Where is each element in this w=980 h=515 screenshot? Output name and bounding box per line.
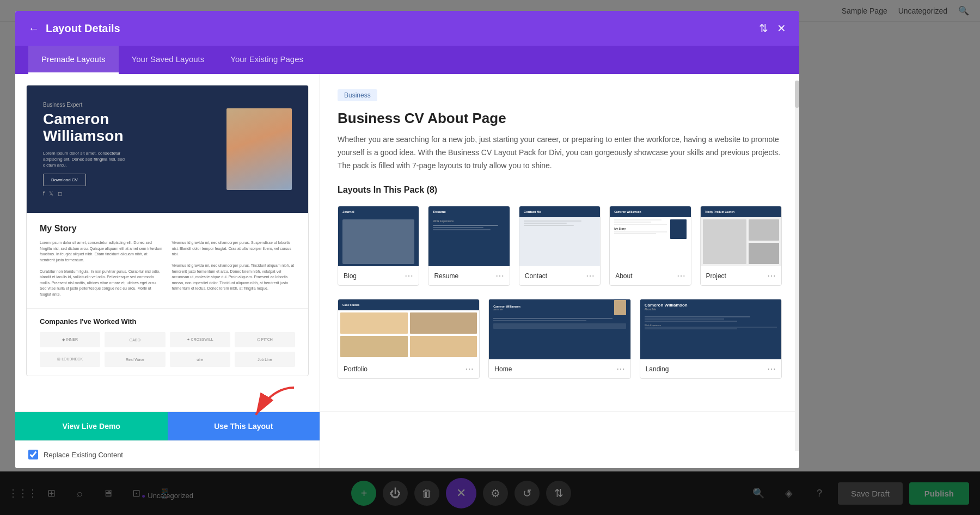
tab-premade-layouts[interactable]: Premade Layouts xyxy=(28,46,119,74)
layouts-grid-row2: Case Studies Portf xyxy=(338,299,782,379)
thumb-img-project-2 xyxy=(749,219,779,264)
thumb-content-project xyxy=(701,217,781,266)
download-cv-button[interactable]: Download CV xyxy=(43,174,86,186)
tab-saved-layouts[interactable]: Your Saved Layouts xyxy=(119,46,218,74)
layout-name-contact: Contact xyxy=(525,272,547,280)
logo-jobline: Job Line xyxy=(235,352,295,367)
thumb-home-content xyxy=(489,316,630,359)
thumb-header-about: Cameron Williamson xyxy=(610,206,690,217)
thumb-line-1 xyxy=(433,225,498,226)
layout-name-resume: Resume xyxy=(434,272,458,280)
layout-item-about[interactable]: Cameron Williamson My Story xyxy=(609,206,691,286)
thumb-inner-about: Cameron Williamson My Story xyxy=(610,206,690,266)
use-this-layout-button[interactable]: Use This Layout xyxy=(168,412,320,440)
preview-story-text-right: Vivamus id gravida mi, nec ullamcorper p… xyxy=(172,240,296,297)
preview-story-text-left: Lorem ipsum dolor sit amet, consectetur … xyxy=(40,240,163,297)
thumb-text-resume: Work Experience xyxy=(433,219,505,223)
layout-more-project[interactable]: ⋯ xyxy=(767,271,776,281)
preview-hero-label: Business Expert xyxy=(43,102,226,108)
thumb-landing-line1 xyxy=(645,316,751,317)
layout-more-home[interactable]: ⋯ xyxy=(616,364,625,374)
modal-header-right: ⇅ ✕ xyxy=(759,22,786,35)
thumb-label-portfolio: Case Studies xyxy=(342,303,359,306)
layout-item-contact[interactable]: Contact Me Contact ⋯ xyxy=(519,206,601,286)
layout-item-home[interactable]: Cameron Williamson About Me xyxy=(488,299,630,379)
scrollbar-thumb[interactable] xyxy=(795,81,799,108)
layout-details-modal: ← Layout Details ⇅ ✕ Premade Layouts You… xyxy=(15,11,799,468)
logo-realwave: Real Wave xyxy=(105,352,165,367)
thumb-text-about: My Story xyxy=(614,219,666,264)
adjust-icon[interactable]: ⇅ xyxy=(759,22,768,35)
layout-more-landing[interactable]: ⋯ xyxy=(767,364,776,374)
thumb-p1 xyxy=(340,312,408,334)
layout-item-project[interactable]: Trinity Product Launch xyxy=(700,206,782,286)
modal-content-area: Business Expert CameronWilliamson Lorem … xyxy=(15,74,799,412)
thumb-inner-contact: Contact Me xyxy=(519,206,600,266)
back-arrow-icon: ← xyxy=(28,22,39,35)
layout-footer-home: Home ⋯ xyxy=(489,359,630,378)
thumb-home-line2 xyxy=(493,320,586,321)
layout-item-blog[interactable]: Journal Blog ⋯ xyxy=(338,206,419,286)
layouts-grid-row1: Journal Blog ⋯ Resume xyxy=(338,206,782,286)
modal-back-button[interactable]: ← xyxy=(28,22,39,35)
thumb-header-project: Trinity Product Launch xyxy=(701,206,781,217)
layout-item-resume[interactable]: Resume Work Experience Resume xyxy=(428,206,510,286)
twitter-icon[interactable]: 𝕏 xyxy=(49,191,53,197)
modal-tabs: Premade Layouts Your Saved Layouts Your … xyxy=(15,46,799,74)
thumb-home-block xyxy=(493,323,626,329)
logo-crosswill: ✦ CROSSWILL xyxy=(170,332,230,347)
layout-footer-resume: Resume ⋯ xyxy=(428,266,509,285)
replace-existing-checkbox[interactable] xyxy=(28,450,38,459)
thumb-line-c1 xyxy=(524,220,581,222)
layout-item-portfolio[interactable]: Case Studies Portf xyxy=(338,299,480,379)
logo-inner: ◆ INNER xyxy=(40,332,100,347)
thumb-line-2 xyxy=(433,227,483,228)
thumb-home-line1 xyxy=(493,318,612,319)
replace-existing-row: Replace Existing Content xyxy=(15,440,320,468)
layout-footer-about: About ⋯ xyxy=(610,266,690,285)
thumb-inner-project: Trinity Product Launch xyxy=(701,206,781,266)
layout-name-portfolio: Portfolio xyxy=(344,365,367,373)
tab-existing-pages[interactable]: Your Existing Pages xyxy=(217,46,316,74)
thumb-img-p2b xyxy=(749,243,779,264)
scrollbar-track[interactable] xyxy=(795,81,799,412)
layout-thumb-resume: Resume Work Experience xyxy=(428,206,509,266)
preview-social-links: f 𝕏 ◻ xyxy=(43,191,226,197)
layout-item-landing[interactable]: Cameron Williamson About Me Work Experie… xyxy=(640,299,782,379)
preview-story-columns: Lorem ipsum dolor sit amet, consectetur … xyxy=(40,240,295,297)
facebook-icon[interactable]: f xyxy=(43,191,45,197)
preview-hero: Business Expert CameronWilliamson Lorem … xyxy=(27,85,308,213)
layout-more-resume[interactable]: ⋯ xyxy=(495,271,504,281)
preview-bottom: View Live Demo Use This Layout Replace E… xyxy=(15,412,320,468)
thumb-img-p2a xyxy=(749,219,779,241)
replace-existing-label: Replace Existing Content xyxy=(44,451,123,459)
thumb-landing-content: Work Experience xyxy=(640,314,781,359)
preview-companies-title: Companies I've Worked With xyxy=(40,317,295,326)
thumb-inner-landing: Cameron Williamson About Me Work Experie… xyxy=(640,299,781,359)
preview-container: Business Expert CameronWilliamson Lorem … xyxy=(15,74,320,387)
thumb-content-about: My Story xyxy=(610,217,690,266)
thumb-story-label: My Story xyxy=(614,227,666,230)
thumb-inner-resume: Resume Work Experience xyxy=(428,206,509,266)
layout-more-blog[interactable]: ⋯ xyxy=(405,271,413,281)
layout-more-about[interactable]: ⋯ xyxy=(677,271,685,281)
thumb-header-resume: Resume xyxy=(428,206,509,217)
layout-more-portfolio[interactable]: ⋯ xyxy=(465,364,474,374)
close-icon[interactable]: ✕ xyxy=(777,22,786,35)
preview-companies-section: Companies I've Worked With ◆ INNER GABO … xyxy=(27,308,308,376)
preview-hero-name: CameronWilliamson xyxy=(43,111,226,145)
thumb-landing-line3 xyxy=(645,321,737,322)
modal-bottom-bar: View Live Demo Use This Layout Replace E… xyxy=(15,412,799,468)
layout-name-landing: Landing xyxy=(646,365,669,373)
layout-title: Business CV About Page xyxy=(338,110,782,127)
layout-more-contact[interactable]: ⋯ xyxy=(586,271,595,281)
thumb-home-name: Cameron Williamson xyxy=(493,305,520,308)
layout-badge: Business xyxy=(338,89,377,101)
instagram-icon[interactable]: ◻ xyxy=(58,191,62,197)
thumb-inner-home: Cameron Williamson About Me xyxy=(489,299,630,359)
thumb-line-3 xyxy=(433,229,491,230)
thumb-home-photo xyxy=(614,300,626,315)
view-live-demo-button[interactable]: View Live Demo xyxy=(15,412,168,440)
hero-image-placeholder xyxy=(226,108,292,190)
preview-hero-image xyxy=(226,108,292,190)
